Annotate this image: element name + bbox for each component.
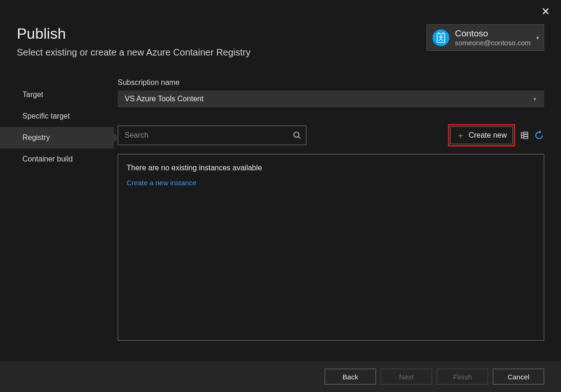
account-email: someone@contoso.com xyxy=(455,39,531,47)
empty-message: There are no existing instances availabl… xyxy=(127,164,535,172)
title-block: Publish Select existing or create a new … xyxy=(17,25,250,58)
subscription-label: Subscription name xyxy=(118,78,544,87)
page-title: Publish xyxy=(17,25,250,42)
search-icon xyxy=(293,131,301,140)
close-icon[interactable]: ✕ xyxy=(541,6,550,18)
svg-line-3 xyxy=(298,137,300,139)
finish-button: Finish xyxy=(437,369,488,385)
create-new-highlight: ＋ Create new xyxy=(448,124,515,147)
toolbar-row: ＋ Create new xyxy=(118,124,544,147)
create-new-button[interactable]: ＋ Create new xyxy=(450,126,513,144)
search-box[interactable] xyxy=(118,126,306,145)
sidebar-item-specific-target[interactable]: Specific target xyxy=(0,105,114,127)
sidebar-item-container-build[interactable]: Container build xyxy=(0,148,114,170)
wizard-sidebar: Target Specific target Registry Containe… xyxy=(0,78,114,341)
chevron-down-icon: ▼ xyxy=(535,35,540,40)
tree-view-icon[interactable] xyxy=(520,131,529,140)
refresh-icon[interactable] xyxy=(534,130,544,140)
sidebar-item-target[interactable]: Target xyxy=(0,84,114,105)
svg-rect-5 xyxy=(524,134,528,136)
svg-point-1 xyxy=(440,35,442,38)
avatar-icon xyxy=(433,29,449,46)
dialog-body: Target Specific target Registry Containe… xyxy=(0,58,561,341)
instances-panel: There are no existing instances availabl… xyxy=(118,154,544,341)
create-instance-link[interactable]: Create a new instance xyxy=(127,179,196,187)
search-input[interactable] xyxy=(125,131,293,140)
chevron-down-icon: ▼ xyxy=(533,97,537,102)
svg-point-2 xyxy=(294,132,299,137)
svg-rect-4 xyxy=(524,132,528,134)
cancel-button[interactable]: Cancel xyxy=(493,369,544,385)
create-new-label: Create new xyxy=(469,131,507,140)
page-subtitle: Select existing or create a new Azure Co… xyxy=(17,47,250,58)
subscription-value: VS Azure Tools Content xyxy=(125,95,204,103)
svg-rect-6 xyxy=(524,137,528,139)
next-button: Next xyxy=(381,369,432,385)
publish-dialog: ✕ Publish Select existing or create a ne… xyxy=(0,0,561,392)
account-selector[interactable]: Contoso someone@contoso.com ▼ xyxy=(426,24,544,51)
back-button[interactable]: Back xyxy=(325,369,376,385)
dialog-header: Publish Select existing or create a new … xyxy=(0,0,561,58)
account-name: Contoso xyxy=(455,28,531,39)
main-panel: Subscription name VS Azure Tools Content… xyxy=(114,78,544,341)
plus-icon: ＋ xyxy=(456,131,465,140)
account-text: Contoso someone@contoso.com xyxy=(455,28,531,47)
subscription-dropdown[interactable]: VS Azure Tools Content ▼ xyxy=(118,91,544,107)
sidebar-item-registry[interactable]: Registry xyxy=(0,127,114,148)
dialog-footer: Back Next Finish Cancel xyxy=(0,361,561,392)
